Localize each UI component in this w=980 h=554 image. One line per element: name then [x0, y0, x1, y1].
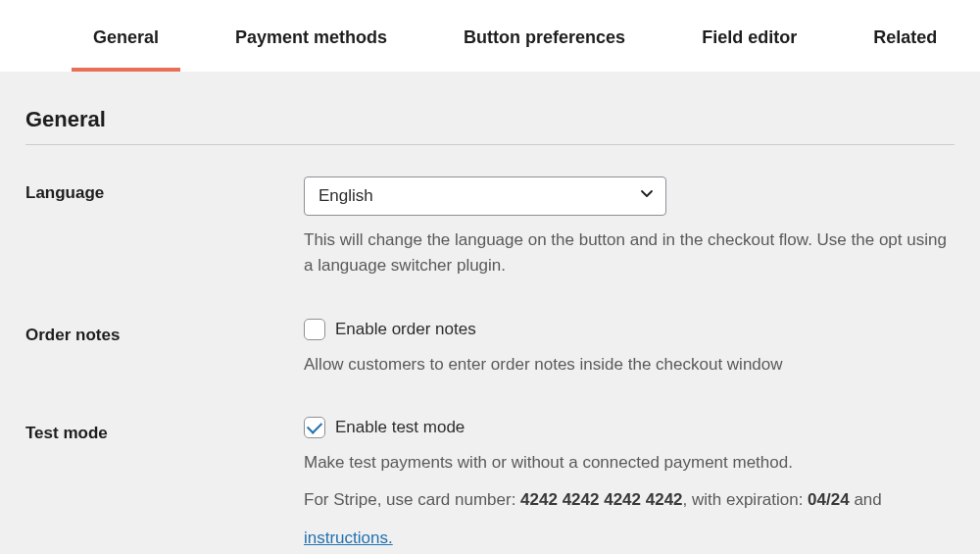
test-mode-checkbox-row: Enable test mode [304, 417, 955, 438]
control-order-notes: Enable order notes Allow customers to en… [304, 319, 955, 378]
label-test-mode: Test mode [25, 417, 304, 443]
language-select-wrapper: English [304, 176, 666, 216]
stripe-suffix: and [850, 490, 882, 509]
instructions-link[interactable]: instructions. [304, 529, 393, 547]
order-notes-checkbox[interactable] [304, 319, 325, 340]
settings-content: General Language English This will chang… [0, 72, 980, 554]
tab-button-preferences[interactable]: Button preferences [464, 27, 625, 72]
tab-general[interactable]: General [93, 27, 159, 72]
row-test-mode: Test mode Enable test mode Make test pay… [25, 417, 955, 551]
test-mode-checkbox[interactable] [304, 417, 325, 438]
order-notes-checkbox-label: Enable order notes [335, 320, 476, 339]
stripe-card-number: 4242 4242 4242 4242 [520, 490, 682, 509]
order-notes-help: Allow customers to enter order notes ins… [304, 352, 955, 378]
order-notes-checkbox-row: Enable order notes [304, 319, 955, 340]
test-mode-instructions-line: instructions. [304, 526, 955, 551]
section-title: General [25, 107, 955, 145]
form-table: Language English This will change the la… [25, 176, 955, 551]
tab-payment-methods[interactable]: Payment methods [235, 27, 387, 72]
language-select[interactable]: English [304, 176, 666, 216]
test-mode-checkbox-label: Enable test mode [335, 418, 465, 437]
tab-related[interactable]: Related [873, 27, 937, 72]
tabs-nav: General Payment methods Button preferenc… [0, 0, 980, 72]
label-language: Language [25, 176, 304, 203]
row-language: Language English This will change the la… [25, 176, 955, 279]
stripe-mid: , with expiration: [683, 490, 808, 509]
language-help: This will change the language on the but… [304, 227, 955, 279]
stripe-expiration: 04/24 [808, 490, 850, 509]
control-test-mode: Enable test mode Make test payments with… [304, 417, 955, 551]
control-language: English This will change the language on… [304, 176, 955, 279]
tab-field-editor[interactable]: Field editor [702, 27, 797, 72]
stripe-prefix: For Stripe, use card number: [304, 490, 520, 509]
label-order-notes: Order notes [25, 319, 304, 345]
row-order-notes: Order notes Enable order notes Allow cus… [25, 319, 955, 378]
test-mode-stripe-info: For Stripe, use card number: 4242 4242 4… [304, 487, 955, 513]
test-mode-help: Make test payments with or without a con… [304, 450, 955, 476]
